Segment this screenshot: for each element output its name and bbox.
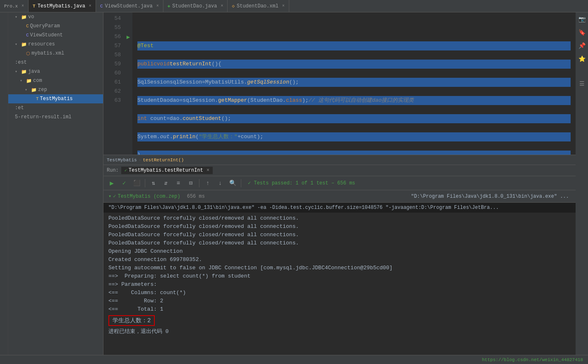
tab-s-icon: ◈ bbox=[168, 3, 170, 9]
tree-com[interactable]: ▾ 📁 com bbox=[8, 76, 103, 85]
up-button[interactable]: ↑ bbox=[203, 178, 213, 188]
breadcrumb-testmybatis[interactable]: TestMybatis bbox=[107, 158, 137, 163]
run-cmd-label: "D:\Program Files\Java\jdk1.8.0_131\bin\… bbox=[411, 194, 572, 199]
bookmark-icon[interactable]: 🔖 bbox=[577, 27, 587, 37]
console-line-12: <== Total: 1 bbox=[103, 305, 576, 314]
line-num-58: 58 bbox=[103, 50, 121, 60]
tree-label-zep: zep bbox=[38, 87, 47, 93]
tab-t-icon: T bbox=[33, 4, 36, 9]
sort-desc-button[interactable]: ⇵ bbox=[161, 178, 171, 188]
tab-studentdao-java-label: StudentDao.java bbox=[172, 3, 217, 9]
folder-icon-vo: 📁 bbox=[21, 14, 27, 20]
find-button[interactable]: 🔍 bbox=[228, 178, 238, 188]
tab-testmybatis[interactable]: T TestMybatis.java × bbox=[29, 0, 96, 12]
tree-mybatisxml[interactable]: ⬡ mybatis.xml bbox=[8, 49, 103, 58]
star-icon[interactable]: ⭐ bbox=[577, 54, 587, 64]
tab-bar: Pro.x × T TestMybatis.java × C ViewStude… bbox=[0, 0, 588, 12]
stop-button[interactable]: ⬛ bbox=[132, 178, 142, 188]
tree-arrow-zep: ▾ bbox=[25, 87, 30, 92]
structure-icon[interactable]: ☰ bbox=[577, 79, 587, 89]
tab-studentdao-java-close[interactable]: × bbox=[221, 4, 223, 8]
tab-close[interactable]: × bbox=[22, 4, 24, 8]
line-num-62: 62 bbox=[103, 87, 121, 96]
find-icon: 🔍 bbox=[229, 180, 236, 187]
run-tab-active[interactable]: ✓ TestMybatis.testReturnInt × bbox=[121, 167, 213, 174]
code-line-59: int count = dao.countStudent(); bbox=[137, 114, 571, 123]
class-icon-qp: C bbox=[26, 24, 29, 29]
down-button[interactable]: ↓ bbox=[215, 178, 225, 188]
test-item-name: TestMybatis (com.zep) bbox=[118, 194, 180, 199]
command-line: "D:\Program Files\Java\jdk1.8.0_131\bin\… bbox=[103, 203, 576, 213]
play-button[interactable]: ▶ bbox=[107, 178, 117, 188]
code-line-56: public void testReturnInt(){ bbox=[137, 60, 571, 69]
code-content[interactable]: @Test public void testReturnInt(){ SqlSe… bbox=[132, 12, 576, 155]
tree-label-est: :est bbox=[15, 60, 27, 65]
toolbar-sep3 bbox=[241, 179, 241, 187]
method-getsqlsession: getSqlSession bbox=[247, 78, 289, 87]
tree-viewstudent[interactable]: C ViewStudent bbox=[8, 31, 103, 40]
tree-label-testmybatis: TestMybatis bbox=[40, 96, 73, 102]
run-label: Run: bbox=[107, 168, 119, 173]
run-tab-close[interactable]: × bbox=[206, 168, 209, 173]
cls-sqlsession: SqlSession bbox=[137, 78, 170, 87]
tree-label-com: com bbox=[33, 78, 42, 84]
run-gutter: ▶ bbox=[124, 12, 132, 155]
up-icon: ↑ bbox=[206, 180, 209, 187]
status-link[interactable]: https://blog.csdn.net/weixin_44827418 bbox=[482, 357, 583, 362]
tree-et[interactable]: :et bbox=[8, 103, 103, 113]
tree-zep[interactable]: ▾ 📁 zep bbox=[8, 85, 103, 94]
tab-pro-icon: Pro.x bbox=[4, 4, 18, 9]
tab-studentdao-java[interactable]: ◈ StudentDao.java × bbox=[163, 0, 228, 12]
tree-est[interactable]: :est bbox=[8, 58, 103, 67]
code-line-55: @Test bbox=[137, 41, 571, 50]
tab-studentdao-xml-close[interactable]: × bbox=[282, 4, 285, 8]
cls-studentdao: StudentDao bbox=[137, 96, 170, 105]
tab-viewstudent[interactable]: C ViewStudent.java × bbox=[96, 0, 163, 12]
tree-label-vo: vo bbox=[28, 14, 34, 20]
status-bar: https://blog.csdn.net/weixin_44827418 bbox=[0, 355, 588, 364]
line-num-57: 57 bbox=[103, 41, 121, 50]
cls-studentdao2: StudentDao bbox=[250, 96, 283, 105]
test-item-time: 656 ms bbox=[187, 194, 205, 199]
run-toolbar: ▶ ✓ ⬛ ⇅ ⇵ ≡ bbox=[103, 176, 576, 190]
align-button[interactable]: ≡ bbox=[173, 178, 183, 188]
kw-void: void bbox=[157, 60, 170, 69]
tab-pro[interactable]: Pro.x × bbox=[0, 0, 29, 12]
code-editor[interactable]: 54 55 56 57 58 59 60 61 62 63 ▶ bbox=[103, 12, 576, 155]
code-line-58: StudentDao dao = sqlSession.getMapper(St… bbox=[137, 96, 571, 105]
test-item[interactable]: ▾ ✓ TestMybatis (com.zep) 656 ms bbox=[107, 193, 205, 199]
cls-mybatisutils: MybatisUtils bbox=[205, 78, 244, 87]
console-line-11: <== Row: 2 bbox=[103, 297, 576, 305]
kw-class: class bbox=[286, 96, 302, 105]
tree-label-iml: 5-return-result.iml bbox=[15, 114, 72, 120]
final-line: 进程已结束，退出代码 0 bbox=[103, 328, 576, 336]
camera-icon[interactable]: 📷 bbox=[577, 14, 587, 24]
tab-v-icon: C bbox=[100, 4, 103, 9]
check-icon: ✓ bbox=[122, 180, 126, 187]
tree-vo[interactable]: ▾ 📁 vo bbox=[8, 12, 103, 22]
tree-resources[interactable]: ▾ 📁 resources bbox=[8, 40, 103, 49]
console-output[interactable]: PooledDataSource forcefully closed/remov… bbox=[103, 213, 576, 355]
split-button[interactable]: ⊟ bbox=[186, 178, 196, 188]
boxed-output-container: 学生总人数：2 bbox=[103, 314, 576, 328]
tree-java[interactable]: ▾ 📁 java bbox=[8, 67, 103, 76]
sort-asc-button[interactable]: ⇅ bbox=[149, 178, 158, 188]
console-line-1: PooledDataSource forcefully closed/remov… bbox=[103, 214, 576, 223]
check-button[interactable]: ✓ bbox=[119, 178, 129, 188]
tree-testmybatis[interactable]: T TestMybatis bbox=[8, 94, 103, 103]
tree-iml[interactable]: 5-return-result.iml bbox=[8, 113, 103, 122]
annotation-test: @Test bbox=[137, 41, 154, 50]
tab-testmybatis-close[interactable]: × bbox=[89, 4, 91, 8]
test-item-check: ✓ bbox=[113, 193, 116, 199]
line-num-54: 54 bbox=[103, 14, 121, 23]
tab-viewstudent-close[interactable]: × bbox=[156, 4, 159, 8]
play-icon: ▶ bbox=[110, 179, 114, 187]
tree-queryparam[interactable]: C QueryParam bbox=[8, 22, 103, 31]
line-num-60: 60 bbox=[103, 69, 121, 78]
breadcrumb-method[interactable]: testReturnInt() bbox=[143, 158, 184, 163]
tree-label-mybatisxml: mybatis.xml bbox=[31, 50, 64, 56]
pin-icon[interactable]: 📌 bbox=[577, 41, 587, 50]
tab-studentdao-xml[interactable]: ◇ StudentDao.xml × bbox=[228, 0, 289, 12]
str-label: "学生总人数：" bbox=[199, 132, 238, 141]
folder-icon-java: 📁 bbox=[21, 69, 27, 74]
